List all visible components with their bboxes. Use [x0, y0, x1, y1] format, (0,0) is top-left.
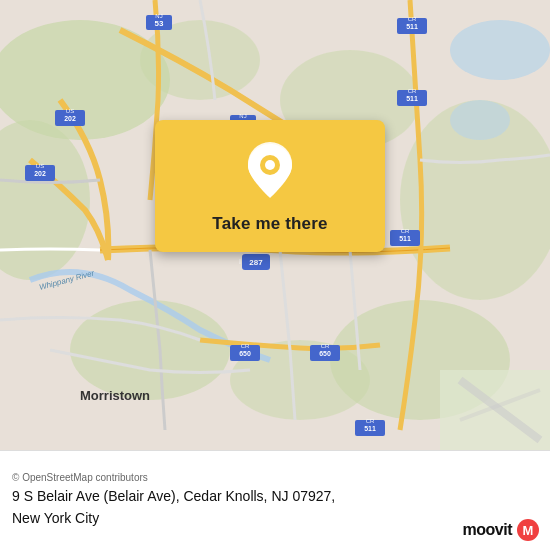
- svg-text:NJ: NJ: [239, 113, 246, 119]
- svg-text:CR: CR: [408, 16, 417, 22]
- svg-text:CR: CR: [241, 343, 250, 349]
- city-text: New York City: [12, 509, 538, 529]
- svg-text:M: M: [523, 523, 534, 538]
- svg-text:NJ: NJ: [155, 13, 162, 19]
- svg-point-10: [450, 20, 550, 80]
- map-attribution: © OpenStreetMap contributors: [12, 472, 538, 483]
- location-pin-icon: [244, 140, 296, 202]
- map-area: Whippany River: [0, 0, 550, 450]
- svg-point-51: [265, 160, 275, 170]
- svg-text:511: 511: [406, 95, 418, 102]
- app: Whippany River: [0, 0, 550, 550]
- svg-text:202: 202: [34, 170, 46, 177]
- bottom-info-bar: © OpenStreetMap contributors 9 S Belair …: [0, 450, 550, 550]
- moovit-logo-text: moovit: [463, 521, 512, 539]
- svg-text:287: 287: [249, 258, 263, 267]
- svg-text:Morristown: Morristown: [80, 388, 150, 403]
- svg-text:650: 650: [319, 350, 331, 357]
- svg-text:650: 650: [239, 350, 251, 357]
- svg-text:CR: CR: [408, 88, 417, 94]
- svg-text:CR: CR: [366, 418, 375, 424]
- address-text: 9 S Belair Ave (Belair Ave), Cedar Knoll…: [12, 487, 538, 507]
- moovit-branding: moovit M: [463, 518, 540, 542]
- take-me-there-button[interactable]: Take me there: [212, 212, 327, 236]
- svg-point-11: [450, 100, 510, 140]
- svg-text:I: I: [239, 258, 241, 265]
- moovit-m-icon: M: [516, 518, 540, 542]
- svg-text:CR: CR: [401, 228, 410, 234]
- svg-text:511: 511: [406, 23, 418, 30]
- svg-text:511: 511: [364, 425, 376, 432]
- svg-text:53: 53: [155, 19, 164, 28]
- svg-text:US: US: [66, 108, 74, 114]
- svg-text:511: 511: [399, 235, 411, 242]
- svg-text:202: 202: [64, 115, 76, 122]
- overlay-card: Take me there: [155, 120, 385, 252]
- svg-text:US: US: [36, 163, 44, 169]
- svg-point-3: [70, 300, 230, 400]
- svg-text:CR: CR: [321, 343, 330, 349]
